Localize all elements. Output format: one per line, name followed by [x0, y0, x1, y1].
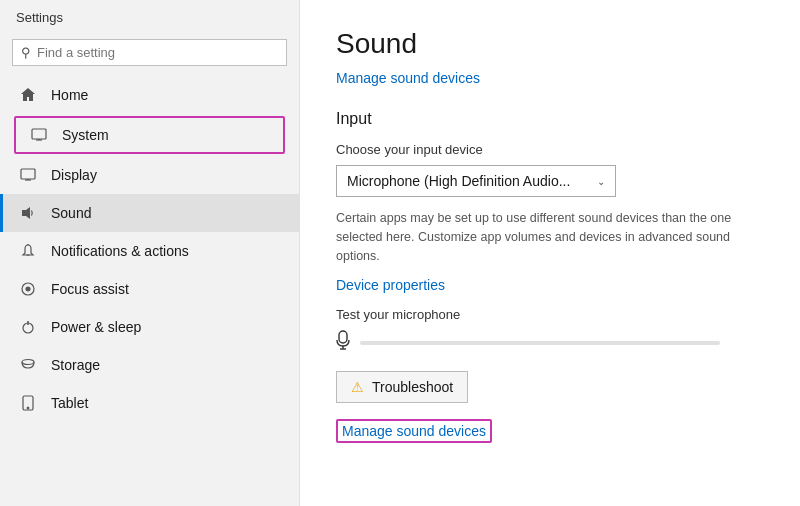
tablet-icon — [19, 394, 37, 412]
manage-sound-devices-bottom-container: Manage sound devices — [336, 423, 764, 439]
sidebar-item-home[interactable]: Home — [0, 76, 299, 114]
sidebar-item-power-label: Power & sleep — [51, 319, 141, 335]
sidebar-item-focus[interactable]: Focus assist — [0, 270, 299, 308]
manage-sound-devices-top-link[interactable]: Manage sound devices — [336, 70, 480, 86]
sidebar-item-power[interactable]: Power & sleep — [0, 308, 299, 346]
input-section-title: Input — [336, 110, 764, 128]
display-icon — [19, 166, 37, 184]
sidebar-item-notifications[interactable]: Notifications & actions — [0, 232, 299, 270]
storage-icon — [19, 356, 37, 374]
home-icon — [19, 86, 37, 104]
notifications-icon — [19, 242, 37, 260]
sound-icon — [19, 204, 37, 222]
svg-point-13 — [22, 360, 34, 365]
svg-point-10 — [26, 287, 30, 291]
choose-device-label: Choose your input device — [336, 142, 764, 157]
power-icon — [19, 318, 37, 336]
sidebar: Settings ⚲ Home System Display Sound — [0, 0, 300, 506]
sidebar-item-tablet-label: Tablet — [51, 395, 88, 411]
app-title: Settings — [0, 0, 299, 33]
svg-marker-6 — [22, 207, 30, 219]
chevron-down-icon: ⌄ — [597, 176, 605, 187]
microphone-icon — [336, 330, 350, 355]
page-title: Sound — [336, 28, 764, 60]
svg-rect-0 — [32, 129, 46, 139]
mic-level-bar — [360, 341, 720, 345]
troubleshoot-label: Troubleshoot — [372, 379, 453, 395]
search-box[interactable]: ⚲ — [12, 39, 287, 66]
sidebar-item-tablet[interactable]: Tablet — [0, 384, 299, 422]
sidebar-item-focus-label: Focus assist — [51, 281, 129, 297]
troubleshoot-button[interactable]: ⚠ Troubleshoot — [336, 371, 468, 403]
search-input[interactable] — [37, 45, 278, 60]
svg-point-15 — [27, 407, 29, 409]
sidebar-item-notifications-label: Notifications & actions — [51, 243, 189, 259]
main-content: Sound Manage sound devices Input Choose … — [300, 0, 800, 506]
sidebar-item-home-label: Home — [51, 87, 88, 103]
test-label: Test your microphone — [336, 307, 764, 322]
svg-rect-3 — [21, 169, 35, 179]
sidebar-item-storage[interactable]: Storage — [0, 346, 299, 384]
test-microphone-section: Test your microphone — [336, 307, 764, 355]
sidebar-item-display-label: Display — [51, 167, 97, 183]
input-device-dropdown[interactable]: Microphone (High Definition Audio... ⌄ — [336, 165, 616, 197]
search-icon: ⚲ — [21, 45, 31, 60]
sidebar-item-system-label: System — [62, 127, 109, 143]
sidebar-item-storage-label: Storage — [51, 357, 100, 373]
manage-sound-devices-bottom-link[interactable]: Manage sound devices — [336, 419, 492, 443]
sidebar-item-sound-label: Sound — [51, 205, 91, 221]
warning-icon: ⚠ — [351, 379, 364, 395]
svg-rect-16 — [339, 331, 347, 343]
sidebar-item-system[interactable]: System — [14, 116, 285, 154]
sidebar-item-display[interactable]: Display — [0, 156, 299, 194]
system-icon — [30, 126, 48, 144]
focus-icon — [19, 280, 37, 298]
description-text: Certain apps may be set up to use differ… — [336, 209, 756, 265]
dropdown-value: Microphone (High Definition Audio... — [347, 173, 570, 189]
sidebar-item-sound[interactable]: Sound — [0, 194, 299, 232]
device-properties-link[interactable]: Device properties — [336, 277, 445, 293]
microphone-bar — [336, 330, 764, 355]
